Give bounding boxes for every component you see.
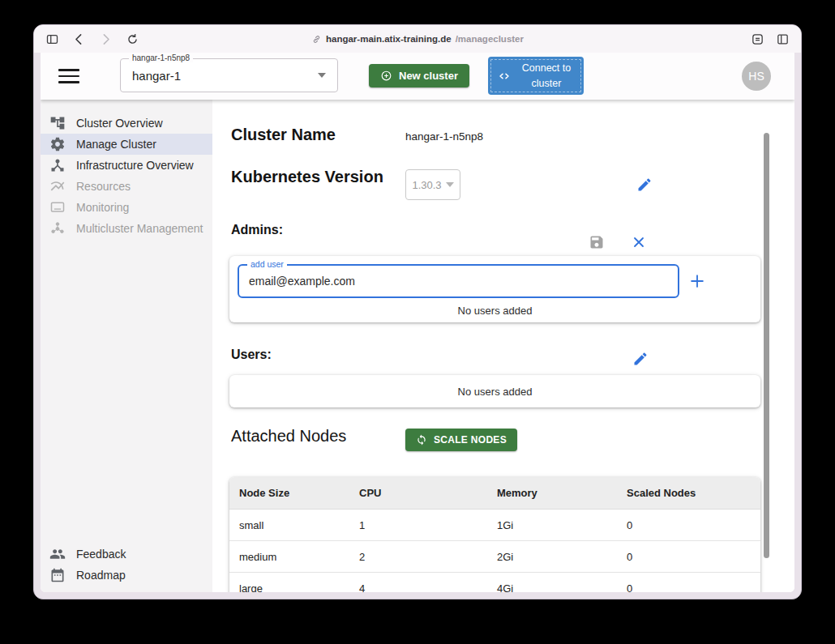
scale-nodes-label: SCALE NODES: [434, 434, 507, 446]
browser-nav-group: [45, 32, 139, 46]
sidebar-item-label: Manage Cluster: [76, 138, 156, 151]
attached-nodes-heading: Attached Nodes: [231, 427, 346, 446]
avatar[interactable]: HS: [742, 62, 771, 91]
table-cell: 1Gi: [497, 519, 627, 531]
table-header-row: Node Size CPU Memory Scaled Nodes: [229, 477, 760, 510]
nodes-table: Node Size CPU Memory Scaled Nodes small …: [229, 477, 760, 592]
kubernetes-version-select: 1.30.3: [405, 169, 460, 200]
sidebar-item-monitoring: Monitoring: [41, 197, 212, 218]
chevron-down-icon: [318, 73, 326, 78]
app-header: hangar-1-n5np8 hangar-1 New cluster Co: [41, 53, 794, 100]
new-cluster-button[interactable]: New cluster: [369, 64, 469, 87]
sync-icon: [416, 434, 427, 446]
main-content: Cluster Name hangar-1-n5np8 Kubernetes V…: [212, 100, 794, 592]
back-icon[interactable]: [72, 32, 86, 46]
browser-toolbar: hangar-main.atix-training.de/manageclust…: [34, 25, 801, 53]
add-user-button[interactable]: [688, 272, 706, 290]
admins-empty-text: No users added: [229, 305, 760, 317]
table-row: small 1 1Gi 0: [229, 510, 760, 541]
table-cell: medium: [229, 551, 359, 563]
forward-icon: [99, 32, 113, 46]
table-cell: 2Gi: [497, 551, 627, 563]
url-path: /managecluster: [456, 34, 524, 44]
column-header: Scaled Nodes: [627, 487, 760, 499]
table-cell: 4Gi: [497, 582, 627, 593]
column-header: Node Size: [229, 487, 359, 499]
gear-icon: [49, 136, 66, 152]
chevron-down-icon: [446, 182, 454, 187]
menu-icon[interactable]: [58, 69, 79, 83]
save-admins-button[interactable]: [589, 234, 605, 250]
new-cluster-label: New cluster: [399, 70, 458, 82]
pencil-icon: [632, 351, 649, 367]
avatar-initials: HS: [748, 70, 764, 83]
table-row: medium 2 2Gi 0: [229, 541, 760, 573]
group-icon: [49, 546, 66, 562]
sidebar-item-cluster-overview[interactable]: Cluster Overview: [41, 113, 212, 134]
column-header: Memory: [497, 487, 627, 499]
close-icon: [631, 234, 647, 250]
sidebar-item-label: Multicluster Management: [76, 222, 203, 235]
plus-circle-icon: [380, 70, 392, 82]
multiline-chart-icon: [49, 178, 66, 194]
desktop-background: hangar-main.atix-training.de/manageclust…: [0, 0, 835, 644]
sidebar: Cluster Overview Manage Cluster Infrastr…: [41, 100, 212, 592]
kubernetes-version-value: 1.30.3: [412, 179, 441, 191]
admins-card: add user No users added: [229, 256, 760, 322]
account-tree-icon: [49, 115, 66, 131]
add-user-field[interactable]: add user: [238, 264, 679, 298]
sidebar-item-infrastructure-overview[interactable]: Infrastructure Overview: [41, 155, 212, 176]
table-cell: 0: [627, 582, 760, 593]
sidebar-item-label: Infrastructure Overview: [76, 159, 194, 172]
device-hub-icon: [49, 157, 66, 173]
admins-heading: Admins:: [231, 223, 283, 237]
users-card: No users added: [229, 375, 760, 407]
sidebar-spacer: [41, 239, 212, 544]
connect-to-cluster-button[interactable]: Connect to cluster: [488, 57, 584, 95]
cluster-name-heading: Cluster Name: [231, 126, 336, 144]
sidebar-item-label: Feedback: [76, 548, 126, 561]
sidebar-item-feedback[interactable]: Feedback: [41, 544, 212, 565]
sidebar-item-manage-cluster[interactable]: Manage Cluster: [41, 134, 212, 155]
cluster-selector[interactable]: hangar-1-n5np8 hangar-1: [120, 58, 338, 92]
scrollbar-thumb[interactable]: [764, 133, 769, 558]
add-user-input[interactable]: [239, 266, 678, 296]
browser-right-group: [751, 32, 790, 46]
table-cell: 4: [359, 582, 497, 593]
sidebar-footer: Feedback Roadmap: [41, 544, 212, 592]
users-empty-text: No users added: [458, 386, 533, 398]
close-admins-edit-button[interactable]: [631, 234, 647, 250]
edit-users-button[interactable]: [632, 351, 649, 367]
app-content: hangar-1-n5np8 hangar-1 New cluster Co: [41, 53, 794, 592]
sidebar-item-label: Cluster Overview: [76, 117, 163, 130]
reload-icon[interactable]: [126, 32, 139, 46]
table-cell: 0: [627, 519, 760, 531]
table-cell: large: [229, 582, 359, 593]
plus-icon: [688, 272, 706, 290]
connect-label-line2: cluster: [519, 76, 574, 91]
sidebar-item-label: Resources: [76, 180, 131, 193]
code-icon: [498, 70, 511, 83]
sidebar-item-label: Roadmap: [76, 569, 126, 582]
save-icon: [589, 234, 605, 250]
cluster-name-value: hangar-1-n5np8: [405, 130, 483, 143]
table-cell: 2: [359, 551, 497, 563]
monitor-icon: [49, 199, 66, 215]
page-settings-icon[interactable]: [751, 32, 764, 46]
scale-nodes-button[interactable]: SCALE NODES: [405, 429, 517, 451]
table-cell: 1: [359, 519, 497, 531]
pencil-icon: [636, 177, 653, 193]
edit-version-button[interactable]: [636, 177, 653, 193]
sidebar-toggle-icon[interactable]: [45, 32, 59, 46]
connect-label-line1: Connect to: [519, 61, 574, 75]
column-header: CPU: [359, 487, 497, 499]
scrollbar-track[interactable]: [763, 100, 770, 592]
address-bar[interactable]: hangar-main.atix-training.de/manageclust…: [34, 25, 801, 53]
cluster-selector-label: hangar-1-n5np8: [129, 53, 193, 62]
tab-overview-icon[interactable]: [776, 32, 790, 46]
sidebar-item-multicluster-management: Multicluster Management: [41, 218, 212, 239]
sidebar-item-roadmap[interactable]: Roadmap: [41, 565, 212, 586]
table-cell: 0: [627, 551, 760, 563]
hub-icon: [49, 220, 66, 237]
link-icon: [311, 34, 322, 45]
